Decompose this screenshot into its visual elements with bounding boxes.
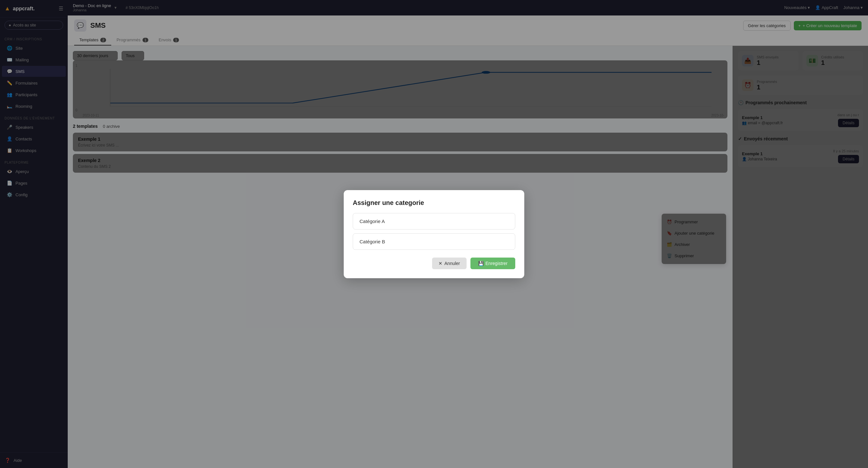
modal-category-list: Catégorie A Catégorie B: [353, 213, 515, 250]
main-content: Demo - Doc en ligne Johanna ▾ # 53nX0Mbj…: [68, 0, 868, 468]
modal-title: Assigner une categorie: [353, 199, 515, 207]
page-area: 💬 SMS Gérer les catégories + + Créer un …: [68, 16, 868, 468]
cancel-button[interactable]: ✕ Annuler: [432, 258, 466, 269]
modal-overlay[interactable]: Assigner une categorie Catégorie A Catég…: [68, 46, 868, 468]
category-b-label: Catégorie B: [360, 239, 385, 244]
category-a-label: Catégorie A: [360, 218, 385, 224]
modal-actions: ✕ Annuler 💾 Enregistrer: [353, 258, 515, 269]
save-button[interactable]: 💾 Enregistrer: [470, 258, 515, 269]
assign-category-modal: Assigner une categorie Catégorie A Catég…: [344, 190, 524, 278]
cancel-label: Annuler: [444, 261, 460, 266]
content-area: 30 derniers jours Tous 1 0: [68, 46, 868, 468]
modal-category-item-b[interactable]: Catégorie B: [353, 233, 515, 250]
modal-category-item-a[interactable]: Catégorie A: [353, 213, 515, 230]
save-icon: 💾: [478, 261, 484, 266]
cancel-icon: ✕: [438, 261, 442, 266]
save-label: Enregistrer: [486, 261, 507, 266]
